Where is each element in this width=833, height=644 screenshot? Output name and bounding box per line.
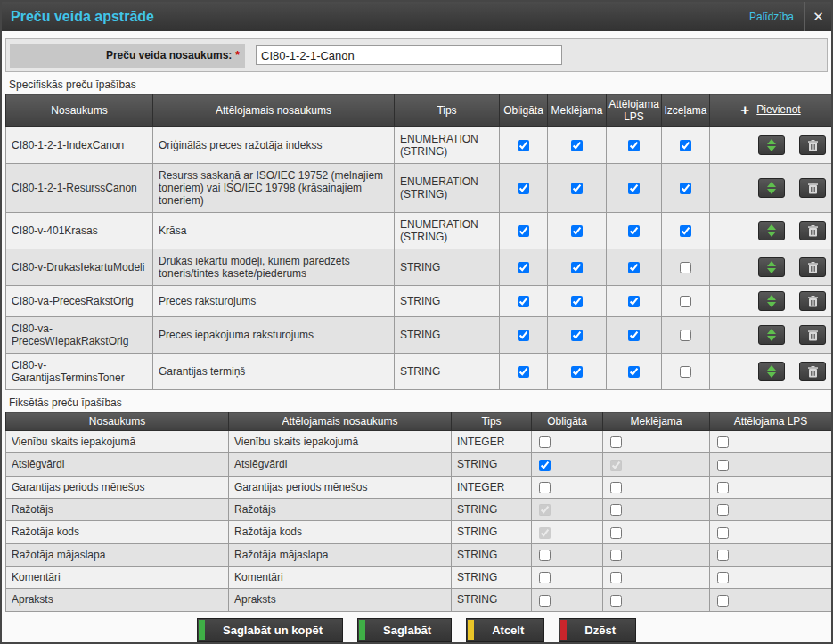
reorder-row-button[interactable]	[758, 135, 785, 155]
izcelama-checkbox[interactable]	[680, 366, 691, 378]
delete-row-button[interactable]	[799, 221, 826, 240]
fixed-column-header: Obligāta	[532, 412, 603, 431]
meklejama-checkbox[interactable]	[610, 550, 622, 561]
obligata-checkbox[interactable]	[518, 366, 529, 378]
obligata-checkbox[interactable]	[539, 504, 551, 516]
attelojama-lps-checkbox[interactable]	[628, 262, 640, 273]
property-name-cell: CI80-va-PrecesRakstOrig	[6, 286, 153, 317]
meklejama-checkbox[interactable]	[610, 595, 622, 607]
atcelt-button[interactable]: Atcelt	[466, 618, 544, 642]
obligata-checkbox[interactable]	[518, 330, 529, 341]
meklejama-checkbox[interactable]	[571, 183, 583, 194]
property-type-cell: STRING	[452, 498, 532, 520]
attelojama-lps-cell	[710, 498, 832, 520]
attelojama-lps-checkbox[interactable]	[628, 330, 640, 341]
property-type-cell: STRING	[452, 521, 532, 543]
attelojama-lps-checkbox[interactable]	[717, 572, 729, 583]
obligata-checkbox[interactable]	[518, 183, 529, 194]
delete-row-button[interactable]	[799, 257, 826, 277]
property-type-cell: ENUMERATION (STRING)	[395, 213, 500, 249]
reorder-row-button[interactable]	[758, 178, 785, 198]
meklejama-checkbox[interactable]	[610, 527, 622, 539]
titlebar: Preču veida apstrāde Palīdzība ✕	[2, 2, 831, 31]
obligata-checkbox[interactable]	[539, 595, 551, 607]
meklejama-checkbox[interactable]	[610, 504, 622, 516]
izcelama-checkbox[interactable]	[680, 183, 691, 194]
obligata-checkbox[interactable]	[518, 225, 529, 237]
trash-icon	[808, 330, 818, 341]
delete-row-button[interactable]	[799, 362, 826, 381]
izcelama-cell	[662, 354, 710, 390]
property-type-cell: STRING	[452, 543, 532, 566]
required-asterisk: *	[235, 49, 240, 61]
reorder-row-button[interactable]	[758, 221, 785, 240]
izcelama-cell	[662, 249, 710, 286]
obligata-checkbox[interactable]	[539, 482, 551, 493]
arrow-down-icon	[767, 302, 776, 307]
meklejama-checkbox[interactable]	[571, 330, 583, 341]
specific-column-header: Attēlojama LPS	[607, 94, 662, 127]
obligata-checkbox[interactable]	[518, 140, 529, 151]
meklejama-checkbox[interactable]	[571, 296, 583, 307]
fixed-property-row: Vienību skaits iepakojumāVienību skaits …	[6, 431, 832, 453]
attelojama-lps-checkbox[interactable]	[717, 504, 729, 516]
obligata-cell	[500, 213, 548, 249]
help-link[interactable]: Palīdzība	[749, 11, 794, 23]
specific-property-row: CI80-va-PrecesRakstOrigPreces raksturoju…	[6, 286, 832, 317]
attelojama-lps-cell	[607, 127, 662, 164]
meklejama-checkbox[interactable]	[571, 225, 583, 237]
attelojama-lps-checkbox[interactable]	[628, 296, 640, 307]
specific-column-header: Obligāta	[500, 94, 548, 127]
izcelama-checkbox[interactable]	[680, 225, 691, 237]
arrow-down-icon	[767, 372, 776, 378]
attelojama-lps-checkbox[interactable]	[717, 595, 729, 607]
product-type-name-input[interactable]	[256, 45, 562, 65]
attelojama-lps-checkbox[interactable]	[717, 527, 729, 539]
izcelama-checkbox[interactable]	[680, 330, 691, 341]
obligata-checkbox[interactable]	[518, 296, 529, 307]
fixed-property-row: Ražotāja kodsRažotāja kodsSTRING	[6, 521, 832, 543]
reorder-row-button[interactable]	[758, 325, 785, 345]
close-button[interactable]: ✕	[804, 2, 831, 31]
saglabat-un-kopet-button[interactable]: Saglabāt un kopēt	[197, 618, 343, 642]
attelojama-lps-checkbox[interactable]	[717, 460, 729, 471]
attelojama-lps-checkbox[interactable]	[628, 140, 640, 151]
meklejama-checkbox[interactable]	[571, 140, 583, 151]
obligata-checkbox[interactable]	[518, 262, 529, 273]
delete-row-button[interactable]	[799, 325, 826, 345]
attelojama-lps-checkbox[interactable]	[628, 366, 640, 378]
meklejama-checkbox[interactable]	[610, 572, 622, 583]
obligata-checkbox[interactable]	[539, 550, 551, 561]
obligata-checkbox[interactable]	[539, 527, 551, 539]
meklejama-checkbox[interactable]	[571, 366, 583, 378]
delete-row-button[interactable]	[799, 135, 826, 155]
meklejama-cell	[548, 127, 607, 164]
add-property-link[interactable]: Pievienot	[756, 103, 800, 116]
dzest-button[interactable]: Dzēst	[559, 618, 636, 642]
meklejama-checkbox[interactable]	[571, 262, 583, 273]
meklejama-checkbox[interactable]	[610, 482, 622, 493]
obligata-checkbox[interactable]	[539, 436, 551, 448]
izcelama-checkbox[interactable]	[680, 140, 691, 151]
plus-icon[interactable]: +	[740, 102, 749, 118]
attelojama-lps-checkbox[interactable]	[628, 183, 640, 194]
attelojama-lps-checkbox[interactable]	[717, 550, 729, 561]
izcelama-checkbox[interactable]	[680, 262, 691, 273]
meklejama-checkbox[interactable]	[610, 436, 622, 448]
property-display-cell: Resurss saskaņā ar ISO/IEC 19752 (melnaj…	[153, 164, 395, 213]
attelojama-lps-cell	[710, 453, 832, 476]
meklejama-checkbox[interactable]	[610, 460, 622, 471]
delete-row-button[interactable]	[799, 291, 826, 311]
obligata-checkbox[interactable]	[539, 572, 551, 583]
attelojama-lps-checkbox[interactable]	[717, 482, 729, 493]
reorder-row-button[interactable]	[758, 257, 785, 277]
reorder-row-button[interactable]	[758, 291, 785, 311]
attelojama-lps-checkbox[interactable]	[628, 225, 640, 237]
izcelama-checkbox[interactable]	[680, 296, 691, 307]
reorder-row-button[interactable]	[758, 362, 785, 381]
property-name-cell: Komentāri	[6, 566, 229, 588]
delete-row-button[interactable]	[799, 178, 826, 198]
obligata-checkbox[interactable]	[539, 460, 551, 471]
saglabat-button[interactable]: Saglabāt	[357, 618, 452, 642]
attelojama-lps-checkbox[interactable]	[717, 436, 729, 448]
